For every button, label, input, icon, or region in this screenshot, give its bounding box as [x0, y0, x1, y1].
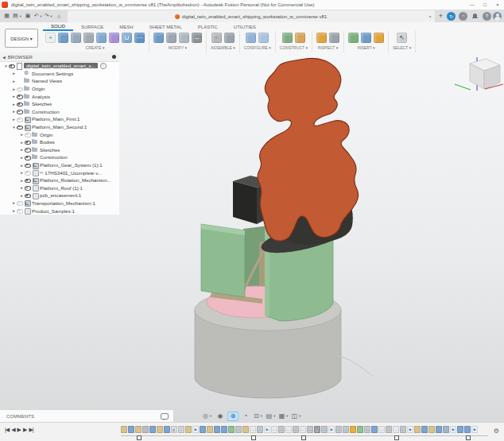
orange-blob-part[interactable] [258, 58, 359, 241]
timeline-feature-joint[interactable]: ⋯ [335, 426, 342, 433]
tree-item-label[interactable]: Sketches [32, 101, 52, 106]
extrude-icon[interactable] [58, 33, 68, 43]
tree-expand-icon[interactable]: ▸ [19, 163, 25, 168]
ribbon-group-label[interactable]: INSERT ▾ [357, 44, 374, 51]
timeline-feature-extrude[interactable] [149, 426, 156, 433]
visibility-eye-icon[interactable] [17, 116, 22, 122]
timeline-feature-joint[interactable]: ⋯ [307, 426, 313, 433]
ribbon-group-label[interactable]: INSPECT ▾ [318, 44, 338, 51]
tree-item-bodies[interactable]: ▸Bodies [0, 138, 119, 146]
timeline-feature-flag[interactable]: ⚑ [328, 426, 335, 433]
visibility-eye-icon[interactable] [25, 139, 30, 145]
timeline-feature-extrude[interactable] [200, 426, 206, 433]
tree-item-label[interactable]: Origin [40, 132, 53, 137]
document-tab[interactable]: digital_twin_enabled_smart_shipping_work… [68, 10, 435, 22]
tab-close-icon[interactable]: × [428, 14, 432, 19]
visibility-eye-icon[interactable] [25, 132, 30, 137]
green-left-wall[interactable] [201, 224, 245, 297]
tree-item-label[interactable]: Product_Samples:1 [32, 208, 75, 214]
tree-item-label[interactable]: Named Views [32, 78, 62, 83]
loft-icon[interactable] [96, 33, 107, 43]
timeline-feature-dots[interactable]: ⋯ [271, 426, 277, 433]
minimize-button[interactable]: — [466, 1, 479, 10]
pattern-icon[interactable]: ⋯ [134, 33, 145, 43]
timeline-feature-extrude[interactable] [214, 426, 220, 433]
timeline-feature-joint[interactable]: ⋯ [343, 426, 349, 433]
tree-item-document-settings[interactable]: ▸Document Settings [0, 70, 119, 78]
tree-item-origin[interactable]: ▸Origin [0, 85, 119, 93]
press-pull-icon[interactable] [153, 33, 164, 43]
tree-expand-icon[interactable]: ▸ [11, 87, 17, 91]
browser-options-icon[interactable] [112, 55, 116, 59]
timeline-feature-flag[interactable]: ⚑ [192, 426, 199, 433]
step-forward-button[interactable]: ▶ [23, 427, 26, 433]
close-button[interactable]: × [491, 1, 504, 10]
new-tab-button[interactable]: + [439, 12, 443, 20]
tree-item-analysis[interactable]: ▸Analysis [0, 92, 119, 100]
tree-expand-icon[interactable]: ▸ [19, 193, 25, 198]
tree-item-label[interactable]: Origin [32, 86, 45, 91]
timeline-feature-joint[interactable]: ⋯ [364, 426, 370, 433]
timeline-feature-sketch[interactable] [242, 426, 249, 433]
visibility-eye-icon[interactable] [25, 162, 30, 168]
visibility-eye-icon[interactable] [17, 124, 22, 130]
comments-bar[interactable]: COMMENTS [0, 409, 174, 422]
timeline-marker[interactable] [137, 435, 142, 440]
grid-and-snaps-icon[interactable]: ▦▼ [278, 412, 290, 421]
visibility-eye-icon[interactable] [25, 177, 30, 183]
timeline-feature-dots[interactable]: ⋯ [300, 426, 306, 433]
display-settings-icon[interactable]: ▤▼ [266, 412, 277, 421]
ribbon-tab-utilities[interactable]: UTILITIES [226, 22, 264, 31]
timeline-feature-dots[interactable]: ⋯ [378, 426, 385, 433]
visibility-eye-icon[interactable] [17, 200, 22, 206]
tree-item-origin[interactable]: ▸Origin [0, 130, 119, 138]
tree-item-label[interactable]: Platform_Main_Second:1 [32, 124, 87, 130]
info-icon[interactable]: i [100, 63, 107, 69]
tree-item-platform-rotation-mechanism-[interactable]: ▸Platform_Rotation_Mechanism... [0, 176, 119, 184]
tree-expand-icon[interactable]: ▸ [11, 94, 17, 99]
hole-icon[interactable]: U [122, 33, 132, 43]
undo-icon[interactable]: ↶▼ [34, 11, 43, 21]
timeline-feature-joint[interactable]: ⋯ [293, 426, 299, 433]
tree-expand-icon[interactable]: ▸ [11, 109, 17, 114]
ribbon-tab-sheet-metal[interactable]: SHEET METAL [142, 22, 190, 31]
tree-expand-icon[interactable]: ▸ [19, 132, 25, 137]
tree-item-transportation-mechanism-1[interactable]: ▸Transportation_Mechanism:1 [0, 199, 119, 207]
timeline-feature-doc[interactable]: ≡ [171, 426, 177, 433]
visibility-eye-icon[interactable] [25, 170, 30, 176]
sweep-icon[interactable] [71, 33, 81, 43]
timeline-feature-extrude[interactable] [436, 426, 442, 433]
browser-collapse-icon[interactable]: ◀ [2, 55, 6, 60]
tree-item-platform-roof-1-1[interactable]: ▸Platform_Roof (1):1 [0, 184, 119, 192]
help-icon[interactable]: ? [483, 12, 491, 21]
fillet-icon[interactable] [166, 33, 176, 43]
go-to-start-button[interactable]: |◀ [5, 427, 9, 433]
profile-avatar[interactable] [493, 12, 502, 21]
timeline-feature-joint[interactable]: ⋯ [400, 426, 406, 433]
move-icon[interactable]: ↔ [192, 33, 202, 43]
ribbon-group-label[interactable]: SELECT ▾ [393, 44, 411, 51]
ribbon-group-label[interactable]: MODIFY ▾ [169, 44, 187, 51]
tree-item-label[interactable]: Platform_Gear_System (1):1 [40, 162, 103, 168]
visibility-eye-icon[interactable] [25, 192, 30, 198]
timeline-feature-sketch[interactable] [121, 426, 127, 433]
configuration-icon[interactable] [246, 33, 256, 43]
tree-expand-icon[interactable]: ▸ [19, 140, 25, 145]
timeline-feature-sketch[interactable] [207, 426, 213, 433]
timeline-feature-grid[interactable] [443, 426, 449, 433]
timeline-feature-extrude[interactable] [464, 426, 471, 433]
tree-item-label[interactable]: pcb_encasement:1 [40, 192, 81, 198]
section-analysis-icon[interactable] [329, 33, 339, 43]
timeline-marker[interactable] [251, 435, 256, 440]
tree-item-label[interactable]: digital_twin_enabled_smart_s... [24, 63, 98, 68]
visibility-eye-icon[interactable] [9, 63, 14, 68]
ribbon-group-label[interactable]: CONSTRUCT ▾ [280, 44, 308, 51]
timeline-feature-flag[interactable]: ⚑ [450, 426, 456, 433]
visibility-eye-icon[interactable] [17, 208, 22, 214]
timeline-feature-joint[interactable]: ⋯ [278, 426, 285, 433]
tree-item-platform-gear-system-1-1[interactable]: ▸Platform_Gear_System (1):1 [0, 161, 119, 169]
visibility-eye-icon[interactable] [17, 109, 22, 114]
tree-expand-icon[interactable]: ▸ [19, 178, 25, 183]
tree-expand-icon[interactable]: ▸ [19, 170, 25, 175]
save-icon[interactable]: ▣ [24, 11, 33, 21]
